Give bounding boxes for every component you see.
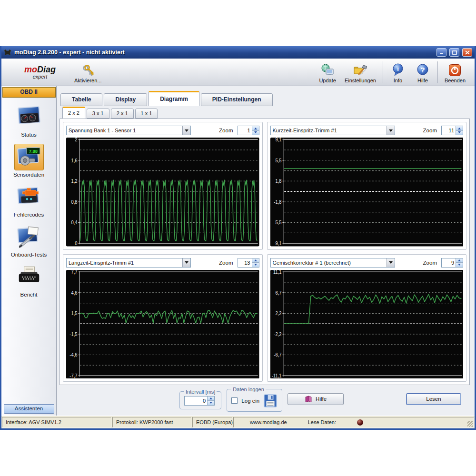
spinner-up-button[interactable] <box>252 126 259 131</box>
beenden-button[interactable]: Beenden <box>440 60 470 85</box>
spinner-down-button[interactable] <box>456 131 463 135</box>
zoom-spinner-3[interactable]: 9 <box>441 258 463 268</box>
spinner-up-button[interactable] <box>208 397 214 401</box>
spinner-up-button[interactable] <box>456 126 463 131</box>
sidebar-item-label: Bericht <box>20 292 38 298</box>
subtab-2x1[interactable]: 2 x 1 <box>111 109 134 119</box>
settings-tools-icon <box>353 63 367 77</box>
subtab-1x1[interactable]: 1 x 1 <box>135 109 158 119</box>
statusbar-website[interactable]: www.modiag.de <box>250 419 287 425</box>
svg-text:6,7: 6,7 <box>275 290 281 296</box>
zoom-label: Zoom <box>423 128 437 133</box>
interval-spinner[interactable]: 0 <box>184 396 215 406</box>
zoom-value: 13 <box>238 258 252 267</box>
toolbar-right-group: Update Einstellungen <box>315 60 470 85</box>
onboard-tests-icon <box>16 225 42 249</box>
info-glyph: i <box>397 65 399 72</box>
spinner-down-button[interactable] <box>252 263 259 267</box>
signal-select-2[interactable]: Langzeit-Einspritz-Trimm #1 <box>66 258 191 268</box>
hilfe-toolbar-button[interactable]: ? Hilfe <box>410 60 435 85</box>
body: OBD II Status <box>1 86 475 416</box>
save-floppy-icon[interactable] <box>263 394 278 408</box>
help-icon: ? <box>416 63 429 77</box>
close-button[interactable] <box>462 48 472 57</box>
signal-select-value: Spannung Bank 1 - Sensor 1 <box>69 128 182 133</box>
tab-tabelle[interactable]: Tabelle <box>60 93 102 106</box>
beenden-label: Beenden <box>445 78 466 83</box>
sidebar-item-status[interactable]: Status <box>14 104 44 138</box>
sidebar-header-obd2[interactable]: OBD II <box>2 87 56 98</box>
signal-select-1[interactable]: Kurzzeit-Einspritz-Trimm #1 <box>270 126 395 135</box>
oscilloscope-chart-spannung: 21,61,20,80,40 <box>66 138 259 247</box>
window-title: moDiag 2.8.200 - expert - nicht aktivier… <box>14 49 434 56</box>
sidebar-item-label: Fehlercodes <box>14 212 44 218</box>
zoom-spinner-1[interactable]: 11 <box>441 126 463 135</box>
svg-text:-6,7: -6,7 <box>274 352 282 357</box>
chart-panel-top-right: Kurzzeit-Einspritz-Trimm #1 Zoom 11 <box>267 122 467 250</box>
svg-text:-5,5: -5,5 <box>274 220 282 226</box>
spinner-down-button[interactable] <box>456 263 463 267</box>
svg-text:-2,2: -2,2 <box>274 331 282 337</box>
chevron-down-icon[interactable] <box>182 258 190 267</box>
zoom-spinner-0[interactable]: 1 <box>238 126 259 135</box>
hilfe-button-label: Hilfe <box>316 396 327 402</box>
subtab-3x1[interactable]: 3 x 1 <box>87 109 109 119</box>
sidebar-item-label: Sensordaten <box>13 172 44 178</box>
sidebar-item-onboard-tests[interactable]: Onboard-Tests <box>11 224 47 258</box>
spinner-down-button[interactable] <box>208 401 214 405</box>
statusbar-right-panel: www.modiag.de Lese Daten: <box>233 417 474 427</box>
svg-text:-11,1: -11,1 <box>271 373 281 378</box>
help-glyph: ? <box>420 65 425 73</box>
interval-group-label: Intervall [ms] <box>184 389 217 395</box>
screenshot-canvas: moDiag 2.8.200 - expert - nicht aktivier… <box>0 0 476 476</box>
info-icon: i <box>391 63 405 77</box>
svg-text:9,1: 9,1 <box>275 138 281 142</box>
svg-text:2: 2 <box>75 138 78 142</box>
resize-grip[interactable] <box>467 421 473 427</box>
hilfe-button[interactable]: Hilfe <box>288 393 344 405</box>
subtab-2x2[interactable]: 2 x 2 <box>62 107 85 119</box>
signal-select-3[interactable]: Gemischkorrektur # 1 (berechnet) <box>270 258 395 268</box>
assistenten-button[interactable]: Assistenten <box>4 404 54 414</box>
spinner-up-button[interactable] <box>252 258 259 263</box>
svg-text:-7,7: -7,7 <box>69 373 78 378</box>
spinner-down-button[interactable] <box>252 131 259 135</box>
chevron-down-icon[interactable] <box>387 258 395 267</box>
reading-status-indicator <box>357 419 363 426</box>
lesen-button[interactable]: Lesen <box>406 393 461 405</box>
chart-panel-bottom-right: Gemischkorrektur # 1 (berechnet) Zoom 9 <box>267 254 467 382</box>
tab-diagramm[interactable]: Diagramm <box>149 91 199 106</box>
layout-subtab-strip: 2 x 2 3 x 1 2 x 1 1 x 1 <box>60 106 470 119</box>
spinner-up-button[interactable] <box>456 258 463 263</box>
zoom-value: 9 <box>442 258 456 267</box>
sidebar-item-sensordaten[interactable]: 7.88 Sensordaten <box>13 144 44 178</box>
info-button[interactable]: i Info <box>386 60 410 85</box>
statusbar: Interface: AGV-SIMV1.2 Protokoll: KWP200… <box>1 416 475 428</box>
zoom-spinner-2[interactable]: 13 <box>238 258 259 268</box>
tab-pid-einstellungen[interactable]: PID-Einstellungen <box>201 93 273 106</box>
aktivieren-button[interactable]: Aktivieren... <box>70 60 106 85</box>
chevron-down-icon[interactable] <box>387 126 395 135</box>
maximize-button[interactable] <box>449 48 459 57</box>
sidebar-item-label: Status <box>21 132 37 138</box>
einstellungen-button[interactable]: Einstellungen <box>340 60 380 85</box>
titlebar: moDiag 2.8.200 - expert - nicht aktivier… <box>1 46 475 59</box>
svg-text:4,6: 4,6 <box>71 290 77 296</box>
signal-select-0[interactable]: Spannung Bank 1 - Sensor 1 <box>66 126 191 135</box>
sidebar-item-fehlercodes[interactable]: Fehlercodes <box>14 184 44 218</box>
update-button[interactable]: Update <box>315 60 340 85</box>
toolbar: moDiag expert Aktivieren... <box>1 59 475 86</box>
bericht-icon <box>16 265 42 289</box>
sidebar-selected-highlight: 7.88 <box>14 144 44 170</box>
log-ein-checkbox[interactable] <box>231 397 238 404</box>
update-globe-icon <box>321 63 334 77</box>
svg-text:0: 0 <box>75 240 78 246</box>
zoom-value: 11 <box>442 126 456 135</box>
sidebar-item-bericht[interactable]: Bericht <box>14 264 44 298</box>
chevron-down-icon[interactable] <box>182 126 190 135</box>
tab-display[interactable]: Display <box>104 93 147 106</box>
minimize-button[interactable] <box>436 48 446 57</box>
sensordaten-display-value: 7.88 <box>29 149 37 154</box>
data-logging-group: Daten loggen Log ein <box>227 387 282 412</box>
zoom-value: 1 <box>238 126 252 135</box>
